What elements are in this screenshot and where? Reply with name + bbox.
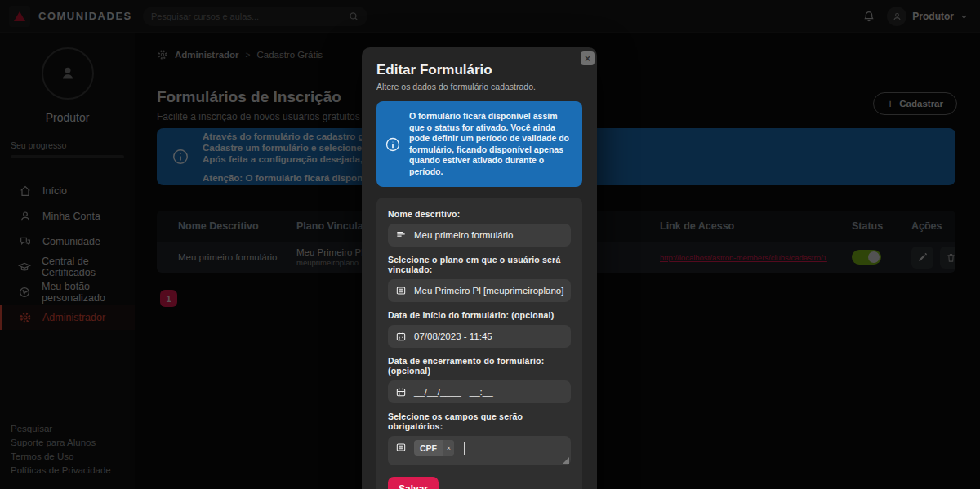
- text-lines-icon: [395, 229, 407, 241]
- plano-select[interactable]: Meu Primeiro Pl [meuprimeiroplano]: [388, 279, 571, 302]
- list-icon: [395, 285, 407, 296]
- calendar-icon: [395, 386, 407, 398]
- close-icon[interactable]: ×: [581, 51, 595, 65]
- resize-handle[interactable]: [563, 457, 569, 464]
- modal-info-text: O formulário ficará disponível assim que…: [409, 111, 572, 177]
- data-inicio-input[interactable]: 07/08/2023 - 11:45: [388, 325, 571, 348]
- modal-subtitle: Altere os dados do formulário cadastrado…: [376, 82, 582, 91]
- campos-label: Selecione os campos que serão obrigatóri…: [388, 411, 571, 431]
- text-caret: [464, 442, 465, 455]
- data-inicio-label: Data de início do formulário: (opcional): [388, 310, 571, 320]
- salvar-button[interactable]: Salvar: [388, 477, 439, 489]
- calendar-icon: [395, 331, 407, 342]
- data-fim-label: Data de encerramento do formulário: (opc…: [388, 356, 571, 376]
- nome-label: Nome descritivo:: [388, 209, 571, 219]
- info-icon: [385, 136, 401, 153]
- campos-obrigatorios-input[interactable]: CPF ×: [388, 436, 571, 465]
- list-icon: [395, 442, 407, 453]
- plano-label: Selecione o plano em que o usuário será …: [388, 255, 571, 274]
- remove-tag-icon[interactable]: ×: [443, 440, 454, 456]
- data-fim-input[interactable]: __/__/____ - __:__: [388, 380, 571, 403]
- edit-form-modal: × Editar Formulário Altere os dados do f…: [362, 47, 597, 489]
- modal-info-box: O formulário ficará disponível assim que…: [376, 101, 582, 187]
- modal-form-panel: Nome descritivo: Meu primeiro formulário…: [376, 198, 582, 489]
- modal-title: Editar Formulário: [376, 62, 582, 78]
- nome-input[interactable]: Meu primeiro formulário: [388, 224, 571, 247]
- cpf-tag: CPF ×: [414, 440, 454, 456]
